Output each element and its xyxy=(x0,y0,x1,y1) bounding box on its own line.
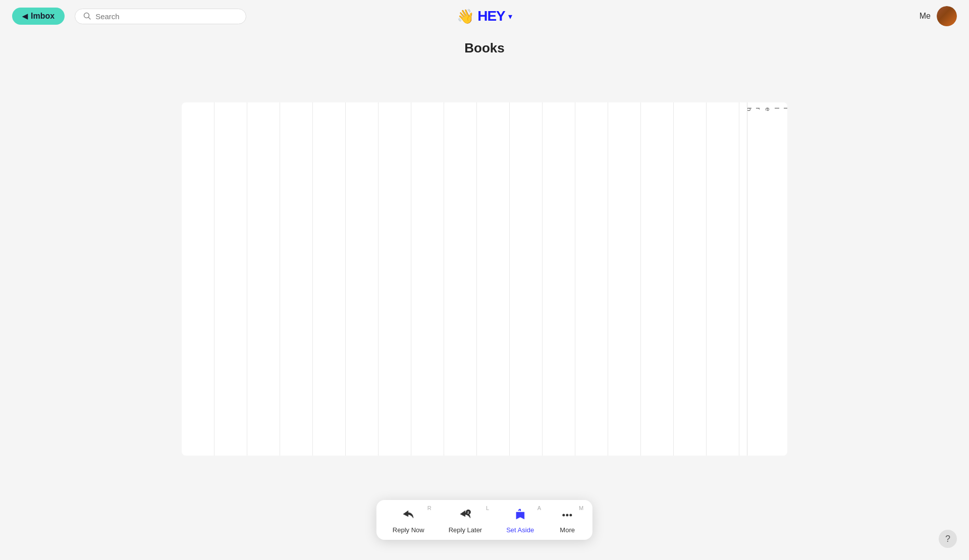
more-icon xyxy=(560,508,574,522)
header-right: Me xyxy=(920,6,957,26)
side-text-content: gots Margaret fuller biography maybee xyxy=(747,107,787,113)
reply-later-shortcut: L xyxy=(486,505,489,511)
help-label: ? xyxy=(945,534,950,544)
set-aside-label: Set Aside xyxy=(506,526,534,534)
more-icon-wrap xyxy=(558,506,576,524)
svg-point-8 xyxy=(570,514,572,517)
logo-wave-icon: 👋 xyxy=(457,8,474,25)
header: ◀ Imbox 👋 HEY ▾ Me xyxy=(0,0,969,32)
back-arrow-icon: ◀ xyxy=(22,12,28,20)
set-aside-icon-wrap xyxy=(511,506,529,524)
imbox-button[interactable]: ◀ Imbox xyxy=(12,8,65,25)
reply-later-icon: z xyxy=(458,508,472,522)
email-content-area: gots Margaret fuller biography maybee xyxy=(182,102,787,456)
set-aside-shortcut: A xyxy=(537,505,541,511)
reply-now-button[interactable]: Reply Now R xyxy=(393,506,424,534)
svg-point-6 xyxy=(563,514,565,517)
set-aside-button[interactable]: Set Aside A xyxy=(506,506,534,534)
search-bar xyxy=(75,9,246,24)
reply-later-button[interactable]: z Reply Later L xyxy=(449,506,482,534)
logo-text: HEY xyxy=(477,8,505,24)
svg-point-7 xyxy=(566,514,569,517)
help-button[interactable]: ? xyxy=(939,530,957,548)
more-shortcut: M xyxy=(579,505,583,511)
reply-later-icon-wrap: z xyxy=(456,506,474,524)
more-label: More xyxy=(560,526,575,534)
set-aside-icon xyxy=(513,508,527,522)
page-title: Books xyxy=(0,40,969,56)
reply-now-icon-wrap xyxy=(399,506,417,524)
side-text-panel: gots Margaret fuller biography maybee xyxy=(747,102,787,456)
avatar-image xyxy=(937,6,957,26)
lined-paper-background xyxy=(182,102,787,456)
reply-now-icon xyxy=(401,508,415,522)
more-button[interactable]: More M xyxy=(558,506,576,534)
search-input[interactable] xyxy=(95,12,238,21)
reply-later-label: Reply Later xyxy=(449,526,482,534)
logo-chevron-icon: ▾ xyxy=(508,12,512,21)
logo: 👋 HEY ▾ xyxy=(457,8,512,25)
svg-line-1 xyxy=(89,18,91,20)
avatar[interactable] xyxy=(937,6,957,26)
svg-text:z: z xyxy=(467,511,469,514)
me-label: Me xyxy=(920,12,931,21)
search-icon xyxy=(83,12,91,20)
reply-now-label: Reply Now xyxy=(393,526,424,534)
reply-now-shortcut: R xyxy=(427,505,432,511)
imbox-label: Imbox xyxy=(31,12,55,21)
bottom-toolbar: Reply Now R z Reply Later L Set Aside A xyxy=(376,500,593,540)
